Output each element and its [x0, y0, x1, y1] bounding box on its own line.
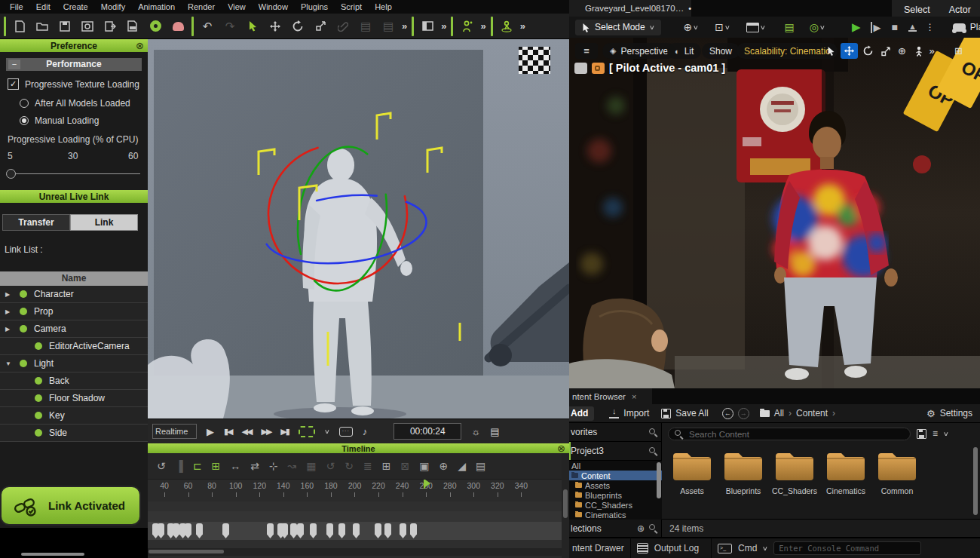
live-link-target-dropdown[interactable]: ◎ ∨	[810, 21, 825, 33]
menu-edit[interactable]: Edit	[36, 2, 51, 11]
expand-right-icon[interactable]: ▶	[5, 291, 13, 298]
timeline-track-row-2[interactable]	[148, 511, 562, 523]
content-browser-tab[interactable]: ntent Browser ×	[569, 388, 652, 404]
ue-menu-actor[interactable]: Actor	[949, 5, 971, 15]
tree-scrollbar-thumb[interactable]	[657, 462, 661, 498]
assets-scrollbar-thumb[interactable]	[973, 447, 978, 515]
add-collection-icon[interactable]: ⊕	[637, 523, 645, 534]
timeline-tool-icon[interactable]: ◢	[458, 460, 466, 472]
folder-tile-common[interactable]: Common	[873, 449, 921, 495]
ue-viewport[interactable]: OP OP	[569, 38, 980, 388]
timeline-tool-icon[interactable]: ↺	[157, 460, 166, 472]
cinematics-dropdown[interactable]: ∨	[746, 23, 765, 32]
timeline-tool-icon[interactable]: ⊹	[269, 460, 278, 472]
timeline-vscrollbar[interactable]	[562, 453, 569, 558]
timeline-vscrollbar-thumb[interactable]	[563, 489, 568, 518]
keyframe-marker[interactable]	[310, 523, 317, 538]
link-row-character[interactable]: ▶ Character	[0, 286, 148, 303]
settings-label[interactable]: Settings	[940, 408, 972, 418]
link-row-camera[interactable]: ▶ Camera	[0, 320, 148, 338]
manual-loading-option[interactable]: Manual Loading	[20, 115, 99, 126]
platforms-dropdown[interactable]: Platforms	[953, 22, 980, 32]
render-icon[interactable]	[169, 17, 187, 35]
project-section[interactable]: Project3	[569, 442, 662, 461]
timecode-display[interactable]: 00:00:24	[394, 423, 461, 440]
content-drawer-button[interactable]: ntent Drawer	[572, 543, 624, 553]
import-icon[interactable]: ↓	[609, 408, 619, 418]
timeline-tool-icon[interactable]: ↔	[230, 460, 240, 472]
save-search-icon[interactable]	[917, 429, 926, 439]
render-settings-icon[interactable]: ☼	[471, 426, 480, 437]
loop-toggle[interactable]	[299, 426, 315, 437]
workspace-panel-icon[interactable]	[418, 17, 436, 35]
tree-item-all[interactable]: All	[569, 461, 662, 471]
keyframe-track[interactable]	[148, 522, 562, 540]
keyframe-marker[interactable]	[158, 523, 164, 538]
new-project-icon[interactable]	[11, 17, 29, 35]
panel-overflow-icon[interactable]: »	[441, 20, 446, 32]
search-content-bar[interactable]	[668, 428, 911, 440]
link-row-prop[interactable]: ▶ Prop	[0, 303, 148, 320]
tree-item-cinematics[interactable]: Cinematics	[569, 510, 662, 520]
export-usd-icon[interactable]	[124, 17, 142, 35]
hotkey-panel-icon[interactable]: ▤	[490, 426, 499, 437]
folder-tile-assets[interactable]: Assets	[668, 449, 716, 495]
keyframe-marker[interactable]	[297, 523, 304, 538]
collections-section[interactable]: lections ⊕	[569, 520, 662, 537]
menu-modify[interactable]: Modify	[101, 2, 125, 11]
search-content-input[interactable]	[688, 429, 904, 440]
folder-tile-cc-shaders[interactable]: CC_Shaders	[770, 449, 819, 495]
menu-render[interactable]: Render	[188, 2, 215, 11]
redo-icon[interactable]: ↷	[221, 17, 239, 35]
keyframe-marker[interactable]	[290, 523, 297, 538]
link-row-floor-shadow[interactable]: Floor Shadow	[0, 390, 148, 407]
play-in-editor-button[interactable]: ▶	[852, 20, 861, 34]
keyframe-marker[interactable]	[185, 523, 191, 538]
add-actor-dropdown[interactable]: ⊕ ∨	[684, 21, 699, 33]
folder-tile-blueprints[interactable]: Blueprints	[719, 449, 767, 495]
chevron-down-icon[interactable]: ∨	[762, 545, 768, 552]
menu-script[interactable]: Script	[341, 2, 362, 11]
keyframe-marker[interactable]	[410, 523, 417, 538]
filter-icon[interactable]: ≡	[933, 428, 938, 439]
cpu-slider-track[interactable]	[8, 173, 140, 174]
search-icon[interactable]	[649, 447, 657, 455]
performance-section-header[interactable]: − Performance	[6, 58, 142, 71]
select-tool-icon[interactable]	[243, 17, 262, 35]
menu-view[interactable]: View	[228, 2, 246, 11]
stop-button[interactable]: ■	[891, 21, 897, 33]
keyframe-marker[interactable]	[375, 523, 381, 538]
actor-tools-icon[interactable]	[458, 17, 476, 35]
keyframe-marker[interactable]	[326, 523, 333, 538]
actor-overflow-icon[interactable]: »	[480, 20, 485, 32]
save-icon[interactable]	[56, 17, 74, 35]
eject-button[interactable]: ▲	[908, 23, 917, 32]
expand-right-icon[interactable]: ▶	[5, 308, 13, 315]
save-all-icon[interactable]	[661, 409, 671, 418]
tree-item-cc-shaders[interactable]: CC_Shaders	[569, 500, 662, 510]
blueprints-dropdown[interactable]: ⊡ ∨	[715, 21, 730, 33]
link-row-side[interactable]: Side	[0, 425, 148, 442]
surface-snap-toggle[interactable]	[910, 43, 927, 59]
open-file-icon[interactable]	[33, 17, 51, 35]
favorites-section[interactable]: vorites	[569, 423, 662, 442]
menu-plugins[interactable]: Plugins	[301, 2, 328, 11]
settings-gear-icon[interactable]: ⚙	[926, 408, 936, 419]
audio-note-icon[interactable]: ♪	[363, 426, 368, 437]
select-mode-dropdown[interactable]: Select Mode ∨	[575, 20, 661, 35]
menu-window[interactable]: Window	[259, 2, 288, 11]
add-button[interactable]: Add	[569, 406, 594, 421]
world-space-toggle[interactable]: ⊕	[893, 43, 911, 59]
output-log-button[interactable]: Output Log	[654, 543, 699, 553]
left-panel-scrollbar[interactable]	[21, 553, 84, 556]
keyframe-marker[interactable]	[173, 523, 179, 538]
timeline-track-row-1[interactable]	[148, 501, 562, 512]
snap-overflow[interactable]: »	[926, 43, 938, 59]
console-command-input[interactable]	[773, 541, 921, 555]
play-button[interactable]: ▶	[207, 426, 214, 437]
expand-down-icon[interactable]: ▼	[5, 360, 13, 367]
ue-menu-select[interactable]: Select	[904, 5, 930, 15]
keyframe-marker[interactable]	[353, 523, 360, 538]
menu-create[interactable]: Create	[63, 2, 88, 11]
iclone-viewport[interactable]	[148, 39, 569, 418]
